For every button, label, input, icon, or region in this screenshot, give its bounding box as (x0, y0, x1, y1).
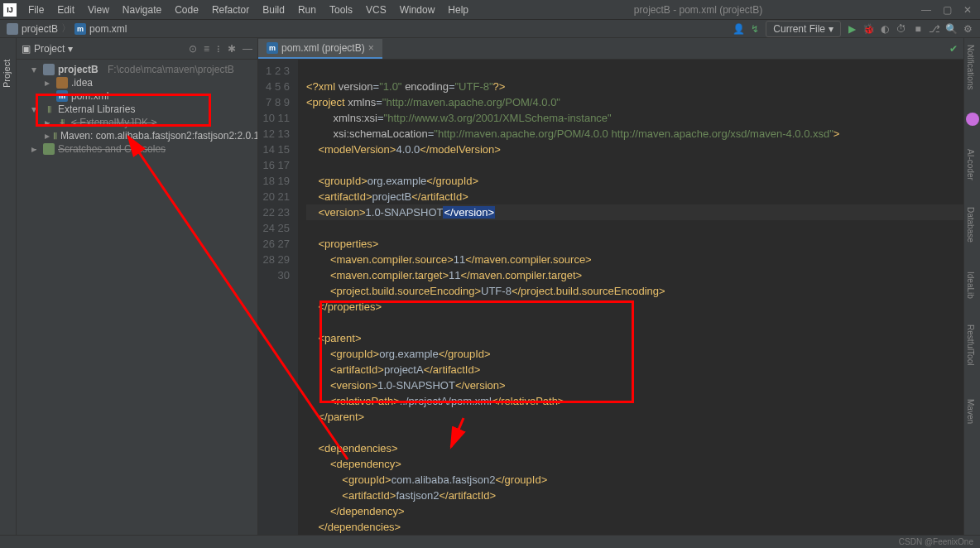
menu-edit[interactable]: Edit (50, 2, 81, 18)
git-icon[interactable]: ⎇ (929, 23, 940, 35)
tree-jdk[interactable]: ▸⫴< ExternalMyJDK > (17, 116, 257, 129)
maximize-icon[interactable]: ▢ (943, 4, 952, 16)
crumb-root[interactable]: projectB (7, 23, 58, 35)
minimize-icon[interactable]: — (921, 4, 931, 16)
avatar-icon[interactable]: 👤 (733, 23, 744, 35)
close-icon[interactable]: ✕ (963, 4, 972, 16)
run-icon[interactable]: ▶ (846, 23, 858, 35)
tab-notifications[interactable]: Notifications (964, 41, 977, 93)
status-bar: CSDN @FeenixOne (0, 535, 980, 548)
project-pane: ▣ Project ▾ ⊙ ≡ ⫶ ✱ — ▾projectB F:\code\… (17, 38, 258, 535)
breadcrumb: projectB 〉 mpom.xml 👤 ↯ Current File▾ ▶ … (0, 20, 980, 38)
tab-close-icon[interactable]: × (368, 42, 374, 54)
settings-icon[interactable]: ⚙ (962, 23, 973, 35)
stop-icon[interactable]: ■ (912, 23, 924, 35)
menu-refactor[interactable]: Refactor (205, 2, 256, 18)
menu-help[interactable]: Help (441, 2, 475, 18)
debug-icon[interactable]: 🐞 (862, 23, 874, 35)
menu-vcs[interactable]: VCS (359, 2, 393, 18)
inspection-ok-icon[interactable]: ✔ (952, 43, 963, 55)
search-icon[interactable]: 🔍 (945, 23, 957, 35)
title-bar: IJ File Edit View Navigate Code Refactor… (0, 0, 980, 20)
project-view-selector[interactable]: ▣ Project ▾ (22, 43, 73, 55)
window-title: projectB - pom.xml (projectB) (475, 4, 921, 16)
line-gutter: 1 2 3 4 5 6 7 8 9 10 11 12 13 14 15 16 1… (258, 60, 298, 535)
tree-root[interactable]: ▾projectB F:\code\mca\maven\projectB (17, 63, 257, 76)
menu-run[interactable]: Run (291, 2, 323, 18)
tab-maven[interactable]: Maven (964, 396, 977, 427)
menu-tools[interactable]: Tools (323, 2, 359, 18)
menu-view[interactable]: View (81, 2, 116, 18)
rail-project-tab[interactable]: Project (2, 60, 12, 88)
run-config-dropdown[interactable]: Current File▾ (766, 21, 841, 37)
code-editor[interactable]: <?xml version="1.0" encoding="UTF-8"?> <… (298, 60, 963, 535)
profile-icon[interactable]: ⏱ (896, 23, 907, 35)
app-logo: IJ (3, 3, 17, 17)
hide-icon[interactable]: — (243, 43, 252, 55)
menu-code[interactable]: Code (168, 2, 205, 18)
left-rail: Project (0, 38, 17, 535)
watermark: CSDN @FeenixOne (899, 537, 973, 546)
select-opened-file-icon[interactable]: ⊙ (189, 43, 197, 55)
tab-database[interactable]: Database (964, 204, 977, 246)
expand-all-icon[interactable]: ≡ (204, 43, 209, 55)
tab-idealib[interactable]: IdeaLib (964, 268, 977, 302)
editor-tabs: mpom.xml (projectB)× ✔ (258, 38, 963, 60)
build-hammer-icon[interactable]: ↯ (749, 23, 761, 35)
aicoder-icon[interactable] (966, 113, 979, 126)
tab-restfultool[interactable]: RestfulTool (964, 321, 977, 368)
collapse-all-icon[interactable]: ⫶ (216, 43, 221, 55)
menu-navigate[interactable]: Navigate (116, 2, 168, 18)
tree-scratches[interactable]: ▸Scratches and Consoles (17, 142, 257, 156)
tree-pom[interactable]: mpom.xml (17, 89, 257, 103)
tree-idea-dir[interactable]: ▸.idea (17, 76, 257, 89)
menu-build[interactable]: Build (256, 2, 291, 18)
menu-window[interactable]: Window (393, 2, 442, 18)
tab-aicoder[interactable]: AI-coder (964, 146, 977, 184)
tree-external-libraries[interactable]: ▾⫴External Libraries (17, 103, 257, 116)
view-options-icon[interactable]: ✱ (228, 43, 236, 55)
menu-file[interactable]: File (22, 2, 50, 18)
tree-maven-lib[interactable]: ▸⫴Maven: com.alibaba.fastjson2:fastjson2… (17, 129, 257, 142)
crumb-file[interactable]: mpom.xml (74, 23, 127, 35)
tab-pom[interactable]: mpom.xml (projectB)× (258, 39, 382, 59)
right-rail: Notifications AI-coder Database IdeaLib … (963, 38, 980, 535)
coverage-icon[interactable]: ◐ (879, 23, 891, 35)
